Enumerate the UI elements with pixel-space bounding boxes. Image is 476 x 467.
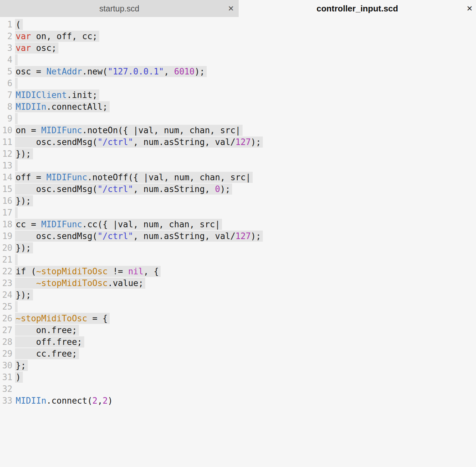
- code-line[interactable]: 27 on.free;: [0, 324, 476, 336]
- line-number: 14: [0, 171, 12, 183]
- line-number: 20: [0, 242, 12, 254]
- code-line[interactable]: 6: [0, 77, 476, 89]
- code-text: cc.free;: [15, 348, 79, 359]
- ide-window: startup.scd ✕ controller_input.scd ✕ 1(2…: [0, 0, 476, 467]
- code-line[interactable]: 14off = MIDIFunc.noteOff({ |val, num, ch…: [0, 171, 476, 183]
- code-line[interactable]: 29 cc.free;: [0, 348, 476, 360]
- code-text: });: [15, 242, 33, 253]
- line-number: 1: [0, 19, 12, 30]
- code-text: [15, 113, 18, 124]
- code-line[interactable]: 11 osc.sendMsg("/ctrl", num.asString, va…: [0, 136, 476, 148]
- line-number: 32: [0, 383, 12, 395]
- code-line[interactable]: 19 osc.sendMsg("/ctrl", num.asString, va…: [0, 230, 476, 242]
- code-text: });: [15, 289, 33, 300]
- code-text: });: [15, 148, 33, 159]
- line-number: 24: [0, 289, 12, 301]
- code-text: cc = MIDIFunc.cc({ |val, num, chan, src|: [15, 219, 222, 230]
- code-line[interactable]: 1(: [0, 19, 476, 30]
- code-text: [15, 383, 18, 395]
- line-number: 23: [0, 277, 12, 289]
- code-text: MIDIClient.init;: [15, 89, 99, 101]
- code-line[interactable]: 17: [0, 207, 476, 218]
- tab-startup-title: startup.scd: [0, 0, 239, 17]
- code-line[interactable]: 32: [0, 383, 476, 395]
- code-line[interactable]: 5osc = NetAddr.new("127.0.0.1", 6010);: [0, 66, 476, 77]
- code-text: off = MIDIFunc.noteOff({ |val, num, chan…: [15, 172, 253, 183]
- line-number: 10: [0, 124, 12, 136]
- code-text: var osc;: [15, 42, 58, 54]
- code-text: ): [15, 372, 23, 383]
- code-line[interactable]: 10on = MIDIFunc.noteOn({ |val, num, chan…: [0, 124, 476, 136]
- code-line[interactable]: 16});: [0, 195, 476, 207]
- code-line[interactable]: 31): [0, 371, 476, 383]
- line-number: 2: [0, 30, 12, 42]
- line-number: 8: [0, 101, 12, 113]
- code-text: if (~stopMidiToOsc != nil, {: [15, 266, 161, 277]
- code-text: osc.sendMsg("/ctrl", num.asString, 0);: [15, 184, 232, 195]
- code-line[interactable]: 25: [0, 301, 476, 313]
- line-number: 12: [0, 148, 12, 160]
- line-number: 28: [0, 336, 12, 348]
- code-text: MIDIIn.connectAll;: [15, 101, 110, 112]
- code-text: MIDIIn.connect(2,2): [15, 395, 115, 406]
- line-number: 22: [0, 266, 12, 277]
- code-lines: 1(2var on, off, cc;3var osc;45osc = NetA…: [0, 19, 476, 407]
- code-line[interactable]: 13: [0, 160, 476, 171]
- line-number: 30: [0, 360, 12, 371]
- code-line[interactable]: 33MIDIIn.connect(2,2): [0, 395, 476, 407]
- line-number: 4: [0, 54, 12, 66]
- code-line[interactable]: 2var on, off, cc;: [0, 30, 476, 42]
- code-text: var on, off, cc;: [15, 31, 99, 42]
- code-line[interactable]: 26~stopMidiToOsc = {: [0, 313, 476, 324]
- code-text: [15, 207, 18, 218]
- line-number: 5: [0, 66, 12, 77]
- code-text: osc.sendMsg("/ctrl", num.asString, val/1…: [15, 137, 263, 148]
- code-line[interactable]: 21: [0, 254, 476, 266]
- code-text: [15, 160, 18, 171]
- close-icon[interactable]: ✕: [467, 0, 473, 17]
- code-line[interactable]: 30};: [0, 360, 476, 371]
- code-text: off.free;: [15, 336, 84, 347]
- code-line[interactable]: 28 off.free;: [0, 336, 476, 348]
- code-text: on = MIDIFunc.noteOn({ |val, num, chan, …: [15, 125, 243, 136]
- code-line[interactable]: 7MIDIClient.init;: [0, 89, 476, 101]
- code-line[interactable]: 22if (~stopMidiToOsc != nil, {: [0, 266, 476, 277]
- code-text: [15, 301, 18, 312]
- close-icon[interactable]: ✕: [228, 0, 234, 17]
- code-text: osc.sendMsg("/ctrl", num.asString, val/1…: [15, 231, 263, 242]
- line-number: 19: [0, 230, 12, 242]
- line-number: 9: [0, 113, 12, 124]
- tab-controller-input[interactable]: controller_input.scd ✕: [239, 0, 476, 17]
- line-number: 18: [0, 218, 12, 230]
- line-number: 6: [0, 77, 12, 89]
- line-number: 27: [0, 324, 12, 336]
- code-line[interactable]: 24});: [0, 289, 476, 301]
- code-line[interactable]: 9: [0, 113, 476, 124]
- line-number: 33: [0, 395, 12, 407]
- line-number: 16: [0, 195, 12, 207]
- line-number: 25: [0, 301, 12, 313]
- line-number: 11: [0, 136, 12, 148]
- line-number: 3: [0, 42, 12, 54]
- line-number: 21: [0, 254, 12, 266]
- code-text: ~stopMidiToOsc.value;: [15, 278, 145, 289]
- line-number: 17: [0, 207, 12, 218]
- code-line[interactable]: 12});: [0, 148, 476, 160]
- code-editor[interactable]: 1(2var on, off, cc;3var osc;45osc = NetA…: [0, 17, 476, 467]
- tab-startup[interactable]: startup.scd ✕: [0, 0, 239, 17]
- code-text: ~stopMidiToOsc = {: [15, 313, 110, 324]
- code-line[interactable]: 3var osc;: [0, 42, 476, 54]
- line-number: 7: [0, 89, 12, 101]
- code-text: [15, 54, 18, 65]
- tab-controller-input-title: controller_input.scd: [239, 0, 476, 17]
- code-line[interactable]: 8MIDIIn.connectAll;: [0, 101, 476, 113]
- code-line[interactable]: 4: [0, 54, 476, 66]
- code-line[interactable]: 15 osc.sendMsg("/ctrl", num.asString, 0)…: [0, 183, 476, 195]
- code-text: osc = NetAddr.new("127.0.0.1", 6010);: [15, 66, 207, 77]
- line-number: 31: [0, 371, 12, 383]
- code-text: (: [15, 19, 23, 30]
- line-number: 26: [0, 313, 12, 324]
- code-line[interactable]: 23 ~stopMidiToOsc.value;: [0, 277, 476, 289]
- code-line[interactable]: 20});: [0, 242, 476, 254]
- code-line[interactable]: 18cc = MIDIFunc.cc({ |val, num, chan, sr…: [0, 218, 476, 230]
